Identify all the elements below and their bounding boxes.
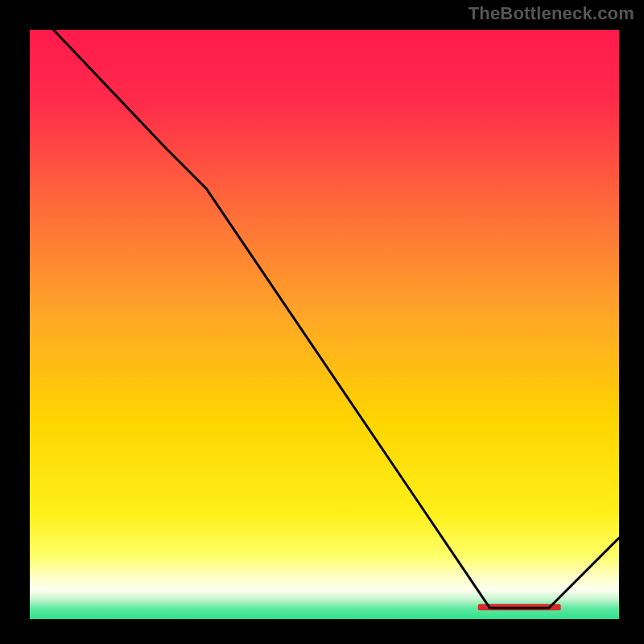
chart-svg xyxy=(0,0,644,644)
plot-area xyxy=(29,29,620,620)
plot-background xyxy=(29,29,620,620)
watermark-text: TheBottleneck.com xyxy=(469,3,634,24)
chart-container: TheBottleneck.com xyxy=(0,0,644,644)
